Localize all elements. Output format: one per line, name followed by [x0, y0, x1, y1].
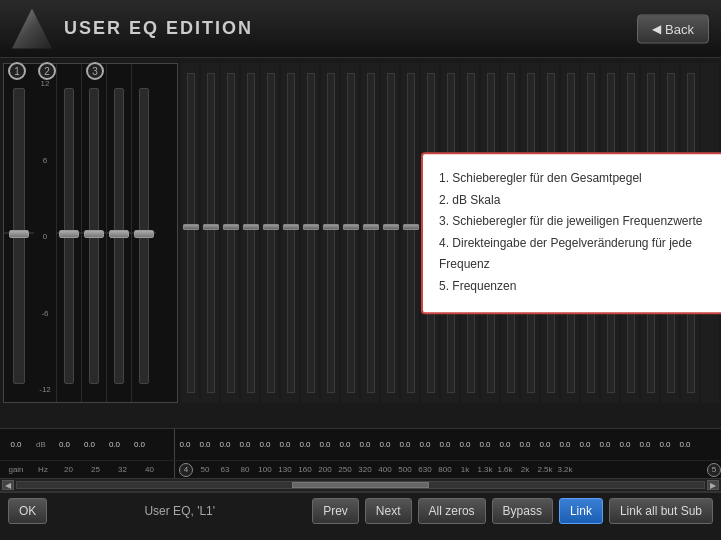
db-label: dB [30, 440, 52, 449]
main-slider-col-4 [261, 63, 281, 403]
main-lbl-16: 2k [515, 465, 535, 474]
main-val-10[interactable]: 0.0 [375, 440, 395, 449]
allzeros-button[interactable]: All zeros [418, 498, 486, 524]
main-val-25[interactable]: 0.0 [675, 440, 695, 449]
main-slider-col-10 [381, 63, 401, 403]
db-scale-6: 6 [43, 156, 47, 165]
labels-row: gain Hz 20 25 32 40 4 506380100130160200… [0, 460, 721, 478]
main-val-20[interactable]: 0.0 [575, 440, 595, 449]
main-val-2[interactable]: 0.0 [215, 440, 235, 449]
mini-slider-6[interactable] [307, 73, 315, 393]
slider-40hz[interactable] [139, 88, 149, 384]
main-val-0[interactable]: 0.0 [175, 440, 195, 449]
main-lbl-15: 1.6k [495, 465, 515, 474]
main-lbl-18: 3.2k [555, 465, 575, 474]
lbl-20hz: 20 [56, 465, 81, 474]
main-lbl-17: 2.5k [535, 465, 555, 474]
main-eq-sliders: 1. Schieberegler für den Gesamtpegel2. d… [181, 63, 721, 403]
val-32hz[interactable]: 0.0 [102, 440, 127, 449]
scroll-left-btn[interactable]: ◀ [2, 480, 14, 490]
main-slider-col-0 [181, 63, 201, 403]
circle-label-3: 3 [86, 62, 104, 80]
main-lbl-11: 630 [415, 465, 435, 474]
main-val-19[interactable]: 0.0 [555, 440, 575, 449]
val-25hz[interactable]: 0.0 [77, 440, 102, 449]
mini-slider-2[interactable] [227, 73, 235, 393]
mini-slider-0[interactable] [187, 73, 195, 393]
main-val-12[interactable]: 0.0 [415, 440, 435, 449]
main-val-23[interactable]: 0.0 [635, 440, 655, 449]
slider-20hz[interactable] [64, 88, 74, 384]
scroll-track[interactable] [16, 481, 705, 489]
lbl-25hz: 25 [83, 465, 108, 474]
slider-25hz[interactable] [89, 88, 99, 384]
slider-32hz[interactable] [114, 88, 124, 384]
val-20hz[interactable]: 0.0 [52, 440, 77, 449]
main-val-14[interactable]: 0.0 [455, 440, 475, 449]
db-scale-n12: -12 [39, 385, 51, 394]
main-val-16[interactable]: 0.0 [495, 440, 515, 449]
main-slider-col-6 [301, 63, 321, 403]
link-button[interactable]: Link [559, 498, 603, 524]
main-val-9[interactable]: 0.0 [355, 440, 375, 449]
main-val-15[interactable]: 0.0 [475, 440, 495, 449]
main-val-21[interactable]: 0.0 [595, 440, 615, 449]
main-val-22[interactable]: 0.0 [615, 440, 635, 449]
gain-slider-track[interactable] [13, 88, 25, 384]
prev-button[interactable]: Prev [312, 498, 359, 524]
mini-slider-9[interactable] [367, 73, 375, 393]
main-val-5[interactable]: 0.0 [275, 440, 295, 449]
main-val-1[interactable]: 0.0 [195, 440, 215, 449]
main-lbl-12: 800 [435, 465, 455, 474]
mini-slider-11[interactable] [407, 73, 415, 393]
tooltip-box: 1. Schieberegler für den Gesamtpegel2. d… [421, 152, 721, 314]
main-val-4[interactable]: 0.0 [255, 440, 275, 449]
page-title: USER EQ EDITION [64, 18, 253, 39]
main-lbl-5: 160 [295, 465, 315, 474]
main-slider-col-2 [221, 63, 241, 403]
left-freq-sliders [56, 64, 177, 402]
freq-col-20 [56, 64, 81, 402]
main-val-11[interactable]: 0.0 [395, 440, 415, 449]
main-val-24[interactable]: 0.0 [655, 440, 675, 449]
mini-slider-5[interactable] [287, 73, 295, 393]
lbl-40hz: 40 [137, 465, 162, 474]
values-row: 0.0 dB 0.0 0.0 0.0 0.0 0.00.00.00.00.00.… [0, 428, 721, 460]
freq-col-40 [131, 64, 156, 402]
next-button[interactable]: Next [365, 498, 412, 524]
mini-slider-10[interactable] [387, 73, 395, 393]
main-lbl-14: 1.3k [475, 465, 495, 474]
gain-value[interactable]: 0.0 [2, 440, 30, 449]
main-val-13[interactable]: 0.0 [435, 440, 455, 449]
mini-slider-1[interactable] [207, 73, 215, 393]
main-val-3[interactable]: 0.0 [235, 440, 255, 449]
main-slider-col-5 [281, 63, 301, 403]
main-lbl-2: 80 [235, 465, 255, 474]
left-panel: 1 2 3 12 6 0 -6 - [3, 63, 178, 403]
scroll-thumb[interactable] [292, 482, 429, 488]
mini-slider-8[interactable] [347, 73, 355, 393]
main-val-18[interactable]: 0.0 [535, 440, 555, 449]
main-lbl-8: 320 [355, 465, 375, 474]
db-scale-12: 12 [41, 79, 50, 88]
ok-button[interactable]: OK [8, 498, 47, 524]
bypass-button[interactable]: Bypass [492, 498, 553, 524]
back-button[interactable]: ◀ Back [637, 14, 709, 43]
scrollbar[interactable]: ◀ ▶ [0, 478, 721, 492]
val-40hz[interactable]: 0.0 [127, 440, 152, 449]
tooltip-text: 1. Schieberegler für den Gesamtpegel2. d… [439, 168, 721, 298]
main-lbl-1: 63 [215, 465, 235, 474]
mini-slider-4[interactable] [267, 73, 275, 393]
main-val-17[interactable]: 0.0 [515, 440, 535, 449]
linksub-button[interactable]: Link all but Sub [609, 498, 713, 524]
scroll-right-btn[interactable]: ▶ [707, 480, 719, 490]
mini-slider-3[interactable] [247, 73, 255, 393]
main-lbl-0: 50 [195, 465, 215, 474]
freq-col-32 [106, 64, 131, 402]
main-lbl-9: 400 [375, 465, 395, 474]
main-val-7[interactable]: 0.0 [315, 440, 335, 449]
mini-slider-7[interactable] [327, 73, 335, 393]
main-val-6[interactable]: 0.0 [295, 440, 315, 449]
main-val-8[interactable]: 0.0 [335, 440, 355, 449]
db-scale: 12 6 0 -6 -12 [34, 64, 56, 402]
